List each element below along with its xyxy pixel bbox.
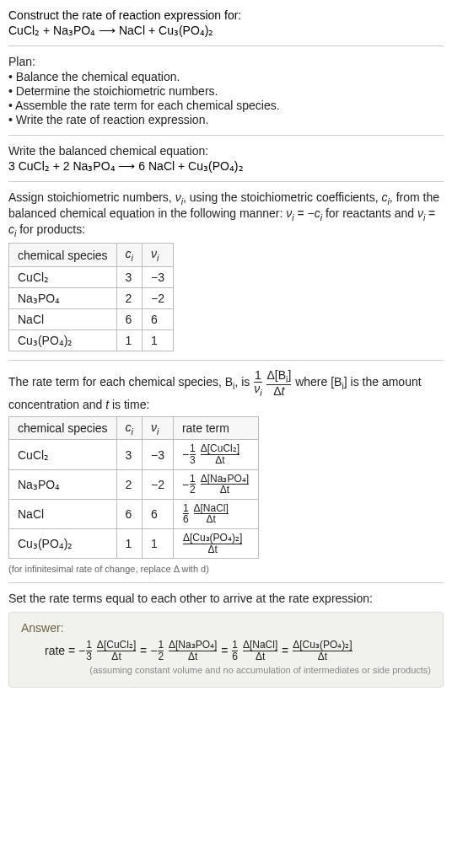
answer-assumption: (assuming constant volume and no accumul… <box>21 665 431 675</box>
cell-vi: −3 <box>142 267 173 288</box>
plan-item: • Write the rate of reaction expression. <box>8 113 444 126</box>
answer-title: Answer: <box>21 621 431 635</box>
problem-header: Construct the rate of reaction expressio… <box>8 8 444 37</box>
plan-section: Plan: • Balance the chemical equation. •… <box>8 55 444 126</box>
col-ci: ci <box>116 244 142 267</box>
table-row: Cu₃(PO₄)₂11Δ[Cu₃(PO₄)₂]Δt <box>9 529 259 559</box>
balanced-equation: 3 CuCl₂ + 2 Na₃PO₄ ⟶ 6 NaCl + Cu₃(PO₄)₂ <box>8 159 444 173</box>
col-species: chemical species <box>9 416 117 440</box>
final-section: Set the rate terms equal to each other t… <box>8 592 444 688</box>
numerator: Δ[Bi] <box>266 369 291 384</box>
cell-ci: 2 <box>116 469 142 499</box>
cell-vi: 6 <box>142 309 173 330</box>
stoich-table: chemical species ci νi CuCl₂ 3 −3 Na₃PO₄… <box>8 243 174 351</box>
cell-species: CuCl₂ <box>9 267 117 288</box>
numerator: 1 <box>254 369 261 382</box>
balanced-section: Write the balanced chemical equation: 3 … <box>8 144 444 173</box>
cell-rate-term: −12 Δ[Na₃PO₄]Δt <box>173 469 258 499</box>
final-intro: Set the rate terms equal to each other t… <box>8 592 444 605</box>
table-row: NaCl6616 Δ[NaCl]Δt <box>9 499 259 528</box>
table-row: CuCl₂3−3−13 Δ[CuCl₂]Δt <box>9 440 259 469</box>
col-vi: νi <box>142 244 173 267</box>
text: , is <box>234 376 253 389</box>
table-row: CuCl₂ 3 −3 <box>9 267 174 288</box>
cell-ci: 2 <box>116 288 142 309</box>
cell-rate-term: Δ[Cu₃(PO₄)₂]Δt <box>173 529 258 559</box>
fraction: 1 νi <box>254 369 261 398</box>
rateterm-intro: The rate term for each chemical species,… <box>8 369 444 411</box>
cell-rate-term: 16 Δ[NaCl]Δt <box>173 499 258 528</box>
col-ci: ci <box>116 416 142 440</box>
cell-species: CuCl₂ <box>9 440 117 469</box>
divider <box>8 582 444 583</box>
col-rate: rate term <box>173 416 258 440</box>
col-species: chemical species <box>9 244 117 267</box>
answer-box: Answer: rate = −13 Δ[CuCl₂]Δt = −12 Δ[Na… <box>8 612 444 688</box>
cell-vi: 1 <box>142 330 173 351</box>
rateterm-section: The rate term for each chemical species,… <box>8 369 444 574</box>
rateterm-table: chemical species ci νi rate term CuCl₂3−… <box>8 416 259 560</box>
cell-species: Cu₃(PO₄)₂ <box>9 529 117 559</box>
cell-ci: 3 <box>116 440 142 469</box>
divider <box>8 46 444 46</box>
cell-vi: 6 <box>142 499 173 528</box>
divider <box>8 360 444 361</box>
plan-title: Plan: <box>8 55 444 68</box>
text: is time: <box>109 398 149 411</box>
cell-vi: −2 <box>142 469 173 499</box>
cell-vi: −2 <box>142 288 173 309</box>
cell-ci: 1 <box>116 330 142 351</box>
assign-section: Assign stoichiometric numbers, νi, using… <box>8 190 444 351</box>
fraction: Δ[Bi] Δt <box>266 369 291 398</box>
table-header-row: chemical species ci νi rate term <box>9 416 259 440</box>
cell-species: Cu₃(PO₄)₂ <box>9 330 117 351</box>
cell-ci: 6 <box>116 499 142 528</box>
table-row: Na₃PO₄2−2−12 Δ[Na₃PO₄]Δt <box>9 469 259 499</box>
cell-ci: 1 <box>116 529 142 559</box>
cell-species: NaCl <box>9 499 117 528</box>
plan-item: • Assemble the rate term for each chemic… <box>8 99 444 112</box>
cell-species: NaCl <box>9 309 117 330</box>
table-row: Na₃PO₄ 2 −2 <box>9 288 174 309</box>
plan-item: • Balance the chemical equation. <box>8 70 444 83</box>
plan-bullets: • Balance the chemical equation. • Deter… <box>8 70 444 126</box>
text: The rate term for each chemical species,… <box>8 376 233 389</box>
cell-species: Na₃PO₄ <box>9 469 117 499</box>
text: where [B <box>295 376 342 389</box>
unbalanced-equation: CuCl₂ + Na₃PO₄ ⟶ NaCl + Cu₃(PO₄)₂ <box>8 24 444 37</box>
answer-expression: rate = −13 Δ[CuCl₂]Δt = −12 Δ[Na₃PO₄]Δt … <box>45 640 431 662</box>
table-header-row: chemical species ci νi <box>9 244 174 267</box>
cell-rate-term: −13 Δ[CuCl₂]Δt <box>173 440 258 469</box>
table-row: NaCl 6 6 <box>9 309 174 330</box>
divider <box>8 135 444 136</box>
prompt-text: Construct the rate of reaction expressio… <box>8 8 444 22</box>
denominator: Δt <box>266 384 291 398</box>
col-vi: νi <box>142 416 173 440</box>
cell-vi: 1 <box>142 529 173 559</box>
table-row: Cu₃(PO₄)₂ 1 1 <box>9 330 174 351</box>
infinitesimal-note: (for infinitesimal rate of change, repla… <box>8 564 444 574</box>
plan-item: • Determine the stoichiometric numbers. <box>8 84 444 98</box>
divider <box>8 181 444 182</box>
denominator: νi <box>254 382 261 398</box>
assign-intro: Assign stoichiometric numbers, νi, using… <box>8 190 444 238</box>
cell-ci: 6 <box>116 309 142 330</box>
balanced-intro: Write the balanced chemical equation: <box>8 144 444 158</box>
cell-ci: 3 <box>116 267 142 288</box>
cell-species: Na₃PO₄ <box>9 288 117 309</box>
cell-vi: −3 <box>142 440 173 469</box>
